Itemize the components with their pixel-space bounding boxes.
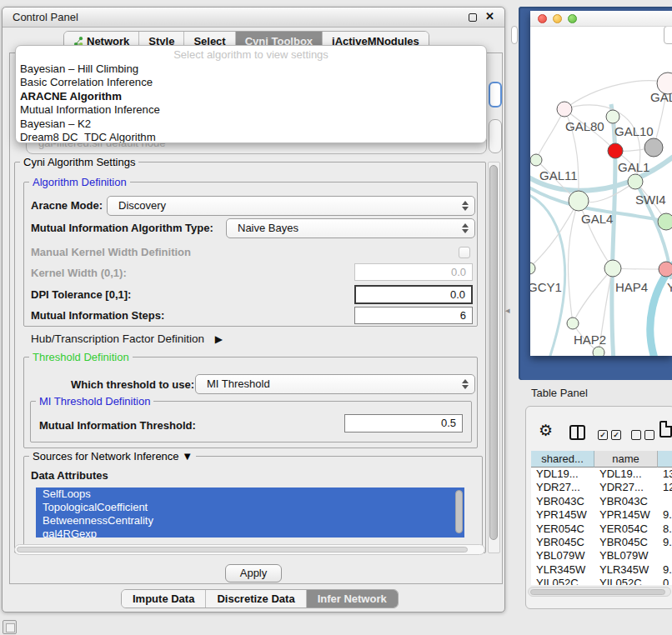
- bottom-tab-impute-data[interactable]: Impute Data: [122, 590, 206, 608]
- network-node[interactable]: [567, 318, 579, 329]
- table-row[interactable]: YBR045CYBR045C9.: [531, 536, 672, 549]
- stepper-icon: [462, 223, 469, 233]
- algorithm-option[interactable]: Dream8 DC_TDC Algorithm: [16, 131, 486, 143]
- network-view-frame: GALGAL80GAL10GAL1GAL11SWI4GAL4GCY1HAP4YH…: [519, 7, 672, 380]
- algorithm-dropdown: Select algorithm to view settings Bayesi…: [15, 45, 487, 143]
- network-node[interactable]: [604, 260, 621, 277]
- table-cell: YPR145W: [594, 508, 658, 522]
- table-cell: 13: [658, 468, 672, 481]
- kernel-width-field[interactable]: 0.0: [354, 263, 473, 281]
- table-cell: [658, 549, 672, 562]
- algorithm-definition-title: Algorithm Definition: [29, 176, 130, 188]
- settings-vertical-scrollbar-thumb[interactable]: [489, 165, 498, 540]
- which-threshold-value: MI Threshold: [207, 378, 270, 390]
- settings-horizontal-scrollbar[interactable]: [14, 544, 485, 555]
- network-node[interactable]: [606, 110, 619, 123]
- deselect-all-icon[interactable]: [631, 430, 641, 440]
- algorithm-option[interactable]: Bayesian – Hill Climbing: [16, 62, 486, 76]
- select-all-check-icon[interactable]: ✓: [611, 430, 621, 440]
- data-attribute-item[interactable]: TopologicalCoefficient: [36, 501, 464, 514]
- data-attributes-list[interactable]: SelfLoopsTopologicalCoefficientBetweenne…: [36, 488, 464, 538]
- column-header-name[interactable]: name: [594, 451, 658, 468]
- table-row[interactable]: YDR27...YDR27...12: [531, 481, 672, 494]
- column-header-clipped[interactable]: [658, 451, 672, 468]
- network-node[interactable]: [569, 191, 589, 211]
- column-header-shared-name[interactable]: shared...: [531, 451, 594, 468]
- network-node[interactable]: [644, 138, 663, 157]
- settings-vertical-scrollbar[interactable]: [488, 162, 500, 553]
- zoom-window-icon[interactable]: [568, 14, 577, 23]
- table-row[interactable]: YBR043CYBR043C: [531, 495, 672, 508]
- minimize-window-icon[interactable]: [553, 14, 562, 23]
- deselect-all-icon[interactable]: [644, 430, 654, 440]
- threshold-definition-title: Threshold Definition: [29, 351, 133, 363]
- table-row[interactable]: YIL052CYIL052C0.: [531, 577, 672, 585]
- data-attribute-item[interactable]: BetweennessCentrality: [36, 514, 464, 528]
- table-row[interactable]: YLR345WYLR345W9.: [531, 563, 672, 577]
- manual-kernel-checkbox[interactable]: [459, 247, 470, 258]
- network-node[interactable]: [530, 154, 542, 166]
- close-icon[interactable]: ✕: [485, 10, 494, 22]
- mi-threshold-field[interactable]: 0.5: [344, 414, 463, 432]
- data-attribute-item[interactable]: gal4RGexp: [36, 528, 464, 538]
- settings-horizontal-scrollbar-thumb[interactable]: [17, 547, 468, 552]
- manual-kernel-label: Manual Kernel Width Definition: [31, 246, 191, 258]
- table-row[interactable]: YPR145WYPR145W9.: [531, 508, 672, 522]
- algorithm-option[interactable]: ARACNE Algorithm: [16, 90, 486, 103]
- table-row[interactable]: YBL079WYBL079W: [531, 549, 672, 562]
- algorithm-option[interactable]: Mutual Information Inference: [16, 103, 486, 117]
- aracne-mode-select[interactable]: Discovery: [107, 196, 475, 216]
- table-cell: YDR27...: [594, 481, 658, 494]
- network-node[interactable]: [628, 174, 643, 189]
- apply-button[interactable]: Apply: [225, 564, 282, 582]
- mi-steps-field[interactable]: 6: [354, 307, 473, 324]
- panel-divider-arrow-icon[interactable]: ◂: [505, 305, 510, 316]
- table-horizontal-scrollbar[interactable]: [528, 587, 671, 597]
- network-node[interactable]: [593, 347, 604, 356]
- select-all-check-icon[interactable]: ✓: [598, 430, 608, 440]
- list-scrollbar-thumb[interactable]: [455, 490, 463, 533]
- table-cell: YDL19...: [594, 468, 658, 481]
- network-node[interactable]: [608, 143, 623, 158]
- network-node[interactable]: [557, 102, 572, 117]
- algorithm-option[interactable]: Bayesian – K2: [16, 118, 486, 131]
- network-graph[interactable]: GALGAL80GAL10GAL1GAL11SWI4GAL4GCY1HAP4YH…: [530, 11, 672, 356]
- file-icon[interactable]: [659, 421, 672, 438]
- dock-panel-icon[interactable]: [3, 620, 17, 634]
- sources-group: Sources for Network Inference ▼ Data Att…: [23, 456, 483, 552]
- network-node-label: GAL: [650, 90, 672, 104]
- data-attribute-item[interactable]: SelfLoops: [36, 488, 464, 501]
- bottom-tab-infer-network[interactable]: Infer Network: [307, 590, 398, 608]
- close-window-icon[interactable]: [538, 14, 547, 23]
- split-columns-icon[interactable]: [569, 425, 585, 440]
- table-horizontal-scrollbar-thumb[interactable]: [530, 589, 665, 595]
- table-row[interactable]: YER054CYER054C8.: [531, 522, 672, 536]
- table-row[interactable]: YDL19...YDL19...13: [531, 468, 672, 481]
- network-node[interactable]: [659, 262, 672, 277]
- network-node[interactable]: [530, 262, 535, 274]
- algorithm-options-list: Bayesian – Hill ClimbingBasic Correlatio…: [16, 62, 486, 143]
- table-cell: 12: [658, 481, 672, 494]
- settings-group-title: Cyni Algorithm Settings: [20, 156, 138, 168]
- bottom-tab-discretize-data[interactable]: Discretize Data: [206, 590, 306, 608]
- hub-definition-expander[interactable]: Hub/Transcription Factor Definition ▶: [31, 332, 223, 345]
- mi-type-value: Naive Bayes: [238, 222, 298, 234]
- mi-threshold-definition-title: MI Threshold Definition: [36, 395, 153, 408]
- table-cell: YIL052C: [531, 577, 594, 585]
- cyni-algorithm-settings-group: Cyni Algorithm Settings Algorithm Defini…: [14, 162, 486, 553]
- collapse-down-icon[interactable]: ▼: [182, 450, 193, 462]
- which-threshold-select[interactable]: MI Threshold: [195, 374, 475, 394]
- network-view-window[interactable]: GALGAL80GAL10GAL1GAL11SWI4GAL4GCY1HAP4YH…: [530, 11, 672, 356]
- network-node-label: SWI4: [635, 192, 666, 207]
- sources-title: Sources for Network Inference ▼: [29, 450, 196, 462]
- float-window-icon[interactable]: [469, 13, 477, 22]
- network-node[interactable]: [658, 213, 672, 230]
- network-window-titlebar[interactable]: [530, 11, 672, 27]
- dpi-tolerance-label: DPI Tolerance [0,1]:: [31, 288, 131, 301]
- table-toolbar: ⚙ ✓ ✓: [526, 407, 672, 450]
- gear-icon[interactable]: ⚙: [539, 421, 553, 440]
- dpi-tolerance-field[interactable]: 0.0: [354, 285, 473, 304]
- algorithm-option[interactable]: Basic Correlation Inference: [16, 76, 486, 89]
- aracne-mode-value: Discovery: [118, 199, 166, 212]
- mi-type-select[interactable]: Naive Bayes: [226, 218, 475, 238]
